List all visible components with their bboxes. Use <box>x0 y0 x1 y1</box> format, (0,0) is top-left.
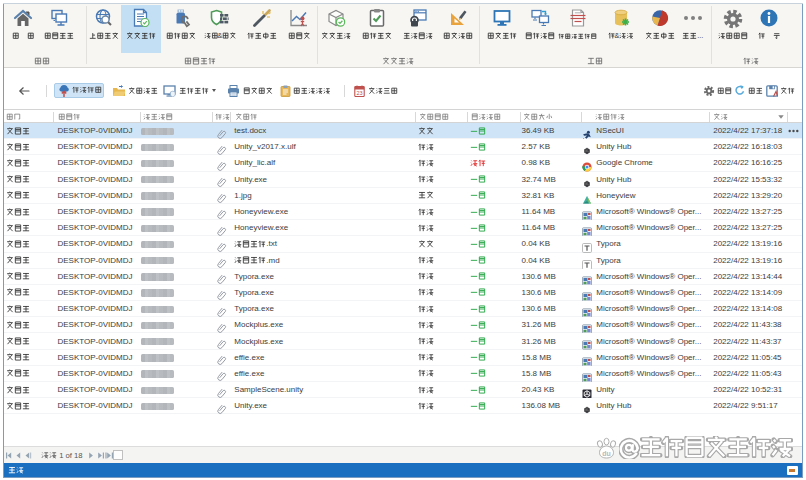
svg-text:du: du <box>602 450 611 457</box>
svg-text:23: 23 <box>357 89 363 95</box>
